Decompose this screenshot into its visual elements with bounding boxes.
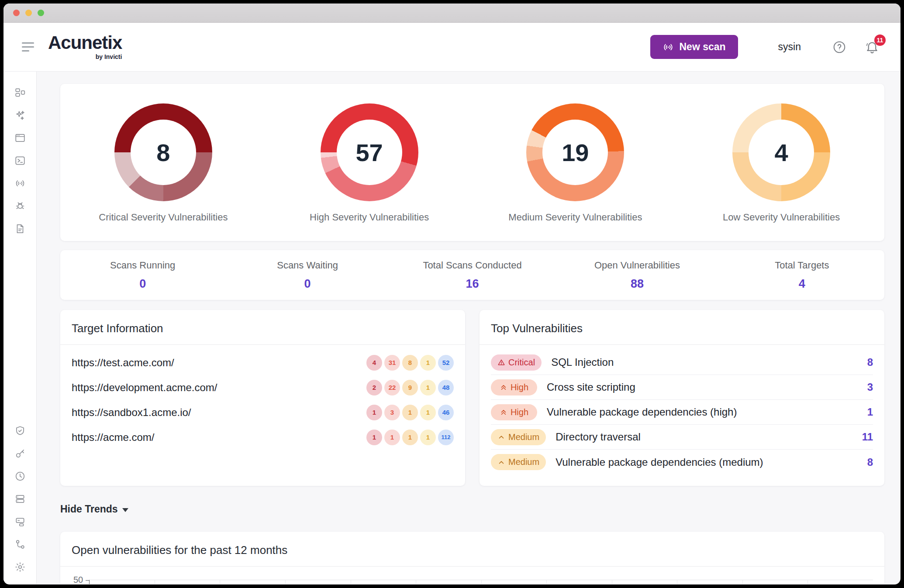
app-window: Acunetix by Invicti New scan sysin — [3, 3, 901, 585]
database-icon[interactable] — [14, 493, 26, 505]
stat-label: Total Scans Conducted — [423, 260, 521, 271]
critical-donut-chart: 8 — [114, 103, 212, 201]
key-icon[interactable] — [14, 448, 26, 459]
app-header: Acunetix by Invicti New scan sysin — [3, 23, 901, 72]
critical-severity-chart[interactable]: 8 Critical Severity Vulnerabilities — [60, 103, 266, 241]
terminal-icon[interactable] — [14, 155, 26, 166]
double-chevron-up-icon — [500, 408, 507, 416]
vulnerability-count[interactable]: 3 — [867, 381, 873, 393]
vulnerability-count[interactable]: 8 — [867, 456, 873, 468]
vulnerability-row[interactable]: Medium Directory traversal 11 — [491, 425, 873, 450]
menu-icon[interactable] — [22, 42, 34, 52]
medium-donut-chart: 19 — [526, 103, 624, 201]
high-severity-chart[interactable]: 57 High Severity Vulnerabilities — [266, 103, 473, 241]
hide-trends-toggle[interactable]: Hide Trends — [60, 503, 128, 515]
severity-pill-high: High — [491, 404, 537, 420]
chevron-up-icon — [497, 458, 505, 466]
stat-value[interactable]: 0 — [304, 277, 311, 291]
stat-total-scans: Total Scans Conducted 16 — [390, 260, 555, 291]
medium-count: 19 — [526, 103, 624, 201]
high-count-badge: 1 — [384, 430, 400, 445]
target-row[interactable]: https://sandbox1.acme.io/ 1 3 1 1 46 — [72, 400, 454, 425]
vulnerability-count[interactable]: 1 — [867, 406, 873, 418]
critical-count-badge: 1 — [366, 405, 382, 420]
low-label: Low Severity Vulnerabilities — [723, 212, 840, 223]
new-scan-label: New scan — [679, 41, 725, 53]
info-count-badge: 52 — [438, 355, 454, 371]
open-vulnerabilities-chart: 50 — [60, 567, 884, 584]
target-url[interactable]: https://acme.com/ — [72, 431, 154, 444]
radar-icon — [662, 41, 674, 53]
new-scan-button[interactable]: New scan — [650, 35, 738, 59]
target-row[interactable]: https://acme.com/ 1 1 1 1 112 — [72, 425, 454, 450]
vulnerability-row[interactable]: High Cross site scripting 3 — [491, 375, 873, 400]
stat-value[interactable]: 0 — [139, 277, 146, 291]
clock-icon[interactable] — [14, 471, 26, 482]
notifications-button[interactable]: 11 — [865, 40, 880, 55]
severity-summary-card: 8 Critical Severity Vulnerabilities 57 H… — [60, 84, 884, 241]
help-button[interactable] — [832, 40, 846, 54]
panel-title: Target Information — [60, 310, 465, 345]
vulnerability-count[interactable]: 8 — [867, 356, 873, 368]
vulnerability-name[interactable]: SQL Injection — [551, 356, 614, 368]
vulnerability-name[interactable]: Cross site scripting — [547, 381, 635, 393]
bug-icon[interactable] — [14, 200, 26, 212]
vulnerability-row[interactable]: Critical SQL Injection 8 — [491, 350, 873, 375]
target-information-panel: Target Information https://test.acme.com… — [60, 310, 465, 486]
vulnerability-row[interactable]: High Vulnerable package dependencies (hi… — [491, 400, 873, 425]
sparkles-icon[interactable] — [14, 110, 26, 121]
low-severity-chart[interactable]: 4 Low Severity Vulnerabilities — [678, 103, 884, 241]
report-document-icon[interactable] — [14, 223, 26, 234]
chevron-down-icon — [122, 508, 128, 512]
scan-stats-card: Scans Running 0 Scans Waiting 0 Total Sc… — [60, 250, 884, 300]
y-axis-tick-label: 50 — [73, 575, 83, 584]
medium-count-badge: 8 — [402, 355, 418, 371]
vulnerability-row[interactable]: Medium Vulnerable package dependencies (… — [491, 450, 873, 475]
trend-chart-card: Open vulnerabilities for the past 12 mon… — [60, 532, 884, 584]
stat-value[interactable]: 88 — [631, 277, 644, 291]
stat-value[interactable]: 16 — [466, 277, 479, 291]
dashboard-icon[interactable] — [14, 87, 26, 98]
user-menu[interactable]: sysin — [778, 41, 801, 53]
browser-icon[interactable] — [14, 132, 26, 144]
target-url[interactable]: https://sandbox1.acme.io/ — [72, 406, 191, 419]
shield-check-icon[interactable] — [14, 425, 26, 437]
gear-icon[interactable] — [14, 561, 26, 573]
scan-radar-icon[interactable] — [14, 178, 26, 189]
zoom-window-button[interactable] — [38, 10, 44, 16]
stat-total-targets: Total Targets 4 — [720, 260, 884, 291]
high-donut-chart: 57 — [321, 103, 418, 201]
info-count-badge: 112 — [438, 430, 454, 445]
low-donut-chart: 4 — [732, 103, 830, 201]
close-window-button[interactable] — [13, 10, 20, 16]
target-url[interactable]: https://test.acme.com/ — [72, 357, 174, 369]
vulnerability-name[interactable]: Vulnerable package dependencies (high) — [547, 406, 737, 418]
medium-severity-chart[interactable]: 19 Medium Severity Vulnerabilities — [473, 103, 679, 241]
notification-count-badge: 11 — [874, 34, 886, 46]
severity-label: Medium — [508, 432, 539, 442]
y-axis-tick-mark — [86, 580, 89, 581]
minimize-window-button[interactable] — [25, 10, 32, 16]
vulnerability-name[interactable]: Directory traversal — [556, 431, 641, 443]
critical-count-badge: 1 — [366, 430, 382, 445]
medium-count-badge: 1 — [402, 405, 418, 420]
info-count-badge: 48 — [438, 380, 454, 395]
vulnerability-name[interactable]: Vulnerable package dependencies (medium) — [556, 456, 763, 468]
high-count-badge: 22 — [384, 380, 400, 395]
target-row[interactable]: https://development.acme.com/ 2 22 9 1 4… — [72, 375, 454, 400]
logo-text: Acunetix — [48, 34, 122, 52]
double-chevron-up-icon — [500, 383, 507, 391]
stat-label: Open Vulnerabilities — [594, 260, 680, 271]
severity-badges: 4 31 8 1 52 — [366, 355, 454, 371]
network-nodes-icon[interactable] — [14, 539, 26, 550]
stat-value[interactable]: 4 — [799, 277, 805, 291]
severity-badges: 2 22 9 1 48 — [366, 380, 454, 395]
high-count-badge: 3 — [384, 405, 400, 420]
target-url[interactable]: https://development.acme.com/ — [72, 382, 217, 394]
hide-trends-label: Hide Trends — [60, 503, 118, 515]
critical-count: 8 — [114, 103, 212, 201]
target-row[interactable]: https://test.acme.com/ 4 31 8 1 52 — [72, 350, 454, 375]
severity-label: High — [511, 407, 528, 417]
agent-server-icon[interactable] — [14, 516, 26, 527]
vulnerability-count[interactable]: 11 — [862, 431, 873, 443]
